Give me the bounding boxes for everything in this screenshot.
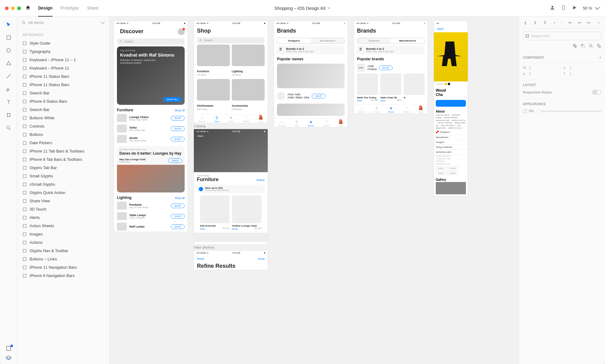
artboard-item[interactable]: Date Pickers — [17, 139, 109, 147]
canvas[interactable]: ••ıl Carrier ⨯9:41 AM■ Discover Search C… — [110, 17, 519, 364]
tab-discover[interactable]: ⌂Discover — [359, 106, 366, 113]
refine-link[interactable]: Refine — [257, 179, 265, 182]
search-input[interactable]: Search — [197, 37, 265, 43]
tab-brands[interactable]: ★Brands — [388, 106, 394, 113]
spec-row[interactable]: Designer — [434, 140, 468, 145]
layers-panel-icon[interactable] — [5, 355, 12, 361]
close-window[interactable] — [5, 6, 9, 10]
account-icon[interactable] — [550, 5, 555, 11]
tab-shop[interactable]: ⚲Shop — [295, 120, 299, 127]
artboard-item[interactable]: iPhone 11 Status Bars — [17, 72, 109, 81]
spec-row[interactable]: Manufacturer — [434, 135, 468, 140]
align-top-icon[interactable] — [523, 20, 528, 25]
artboard-item[interactable]: iPhone 8 Tab Bars & Toolbars — [17, 155, 109, 164]
align-middle-icon[interactable] — [533, 20, 538, 25]
align-right-icon[interactable] — [587, 20, 591, 25]
add-component-icon[interactable]: + — [599, 56, 601, 59]
artboard-item[interactable]: Controls — [17, 122, 109, 130]
distribute-h-icon[interactable] — [596, 20, 601, 25]
category-tile[interactable]: Furniture215 items — [197, 45, 230, 77]
shop-button[interactable]: SHOP — [171, 224, 185, 229]
shop-button[interactable]: SHOP — [171, 137, 185, 141]
product-card[interactable]: Aalto Tea TrolleyArtek€1,300 — [357, 73, 378, 102]
tab-discover[interactable]: ⌂Discover — [198, 116, 206, 122]
segment-control[interactable]: DesignersManufacturers — [357, 38, 425, 44]
ellipse-tool[interactable] — [5, 47, 12, 54]
document-title[interactable]: Shopping – iOS Design Kit — [274, 6, 331, 11]
artboard-item[interactable]: Keyboard – iPhone 11 — [17, 64, 109, 72]
artboard-item[interactable]: Search Bar — [17, 105, 109, 114]
product-card[interactable]: Kiki ArmchairArtek€1,151 — [200, 196, 230, 230]
spec-row[interactable]: Upholstery optio — [434, 150, 468, 155]
artboard-item[interactable]: Keyboard – iPhone 11 – 1 — [17, 56, 109, 64]
align-left-icon[interactable] — [567, 20, 572, 25]
tab-bag[interactable]: 👜Bag2 — [258, 116, 263, 122]
tab-bag[interactable]: 👜Bag2 — [339, 120, 343, 127]
shop-button[interactable]: SHOP — [379, 65, 393, 70]
product-card[interactable]: Outline Lounge ChairMuuto€1,367 — [232, 196, 262, 230]
tab-prototype[interactable]: Prototype — [61, 6, 79, 17]
artboard-item[interactable]: iPhone 11 Navigation Bars — [17, 263, 109, 271]
artboard-item[interactable]: Buttons – Links — [17, 255, 109, 263]
artboard-item[interactable]: Alerts — [17, 213, 109, 222]
segment-control[interactable]: DesignersManufacturers — [277, 38, 345, 44]
tab-share[interactable]: Share — [87, 6, 98, 17]
brand-chip[interactable]: Kvadrat — [447, 166, 458, 170]
suggestion-card[interactable]: SUGGESTED FOR YOU Danes do it better: Lo… — [117, 146, 185, 192]
repeat-grid-button[interactable]: Repeat Grid — [523, 32, 601, 40]
list-item[interactable]: Wall LampsSHOP — [114, 221, 188, 232]
search-input[interactable]: Search — [117, 38, 185, 45]
artboard-item[interactable]: Images — [17, 230, 109, 238]
rectangle-tool[interactable] — [5, 34, 12, 41]
tab-shop[interactable]: ⚲Shop — [215, 116, 219, 122]
artboard-item[interactable]: Glyphs Quick Action — [17, 188, 109, 197]
tab-shop[interactable]: ⚲Shop — [375, 106, 379, 113]
list-item[interactable]: Lounge ChairsMuuto, Hay, KartellSHOP — [114, 113, 188, 123]
shop-button[interactable]: SHOP — [171, 214, 185, 219]
back-link[interactable]: ‹ Back — [434, 26, 468, 32]
category-tile[interactable]: Lighting244 items — [232, 45, 265, 77]
tab-bag[interactable]: 👜Bag2 — [419, 106, 423, 113]
artboard-item[interactable]: Action Sheets — [17, 222, 109, 230]
list-item[interactable]: PendantsHay, Le Klint, MuutoSHOP — [114, 200, 188, 211]
artboard-item[interactable]: Glyphs Tab Bar — [17, 164, 109, 172]
panel-search[interactable]: All Items — [17, 17, 109, 29]
zoom-tool[interactable] — [5, 124, 12, 132]
boolean-exclude-icon[interactable] — [596, 43, 601, 48]
done-link[interactable]: Done — [258, 257, 265, 260]
boolean-add-icon[interactable] — [572, 43, 577, 48]
product-card[interactable]: Aalto Chair 66Artek€291 — [380, 73, 401, 102]
shop-button[interactable]: SHOP — [171, 126, 185, 131]
artboard-item[interactable]: Style Guide — [17, 39, 109, 47]
boolean-subtract-icon[interactable] — [580, 43, 585, 48]
tab-discover[interactable]: ⌂Discover — [278, 120, 286, 127]
shop-all-link[interactable]: Shop all — [174, 109, 185, 112]
brand-chip[interactable]: Kvadrat — [447, 171, 458, 175]
shop-all-link[interactable]: Shop all — [174, 196, 185, 200]
artboard-discover[interactable]: ••ıl Carrier ⨯9:41 AM■ Discover Search C… — [114, 21, 188, 232]
brands-az-row[interactable]: 🚆Brands A to ZArtek, HAY, Vitra & 100 mo… — [357, 46, 425, 54]
device-preview-icon[interactable] — [561, 5, 566, 11]
artboard-catalog[interactable]: ••ıl Carrier ⨯9:41 AM■‹ Back 1078 ITEMS … — [194, 129, 268, 244]
avatar[interactable] — [178, 28, 185, 35]
shop-button[interactable]: SHOP — [171, 116, 185, 121]
artboard-item[interactable]: iPhone 11 Tab Bars & Toolbars — [17, 147, 109, 155]
responsive-toggle[interactable] — [592, 90, 601, 95]
spec-row[interactable]: Sizing & Material — [434, 145, 468, 150]
distribute-v-icon[interactable] — [552, 20, 557, 25]
list-item[interactable]: SofasVitra, Artek, HaySHOP — [114, 123, 188, 134]
line-tool[interactable] — [5, 73, 12, 80]
select-tool[interactable] — [5, 21, 12, 28]
back-link[interactable]: ‹ Back — [196, 135, 203, 137]
artboard-item[interactable]: Buttons White — [17, 114, 109, 122]
artboard-brands-manufacturers[interactable]: ••ıl Carrier ⨯9:41 AM⚲ Brands DesignersM… — [354, 21, 428, 113]
artboard-item[interactable]: iPhone 8 Navigation Bars — [17, 271, 109, 280]
category-tile[interactable]: Accessories2755 items — [232, 79, 265, 112]
artboard-item[interactable]: Small Glyphs — [17, 172, 109, 180]
artboard-shop[interactable]: ••ıl Carrier ⨯9:41 AM■ Shop Search Furni… — [194, 21, 268, 123]
artboard-item[interactable]: iPhone 8 Status Bars — [17, 97, 109, 105]
category-tile[interactable]: Kitchenware5667 items — [197, 79, 230, 112]
artboard-item[interactable]: Buttons — [17, 130, 109, 139]
maximize-window[interactable] — [17, 6, 21, 10]
tab-wishlist[interactable]: ♡Wishlist — [403, 106, 410, 113]
